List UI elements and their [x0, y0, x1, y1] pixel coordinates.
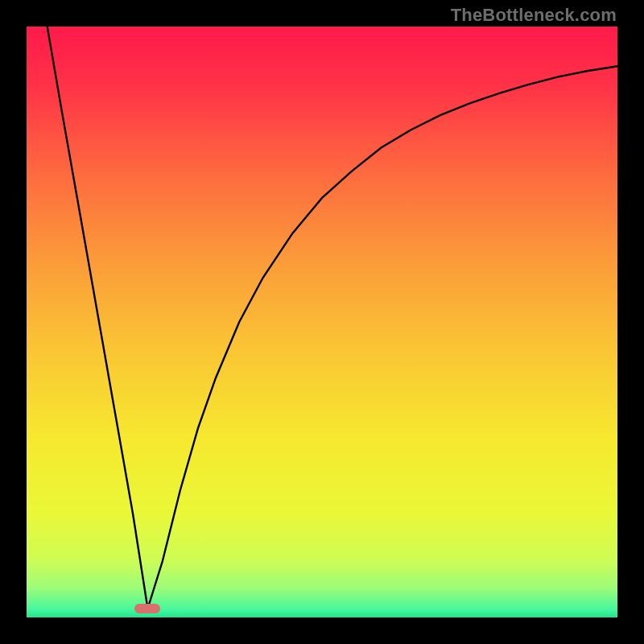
bottleneck-curve [27, 27, 617, 617]
watermark-text: TheBottleneck.com [451, 5, 617, 26]
optimum-marker [134, 604, 160, 613]
curve-path [47, 27, 617, 609]
chart-frame: TheBottleneck.com [0, 0, 644, 644]
plot-area [27, 27, 617, 617]
